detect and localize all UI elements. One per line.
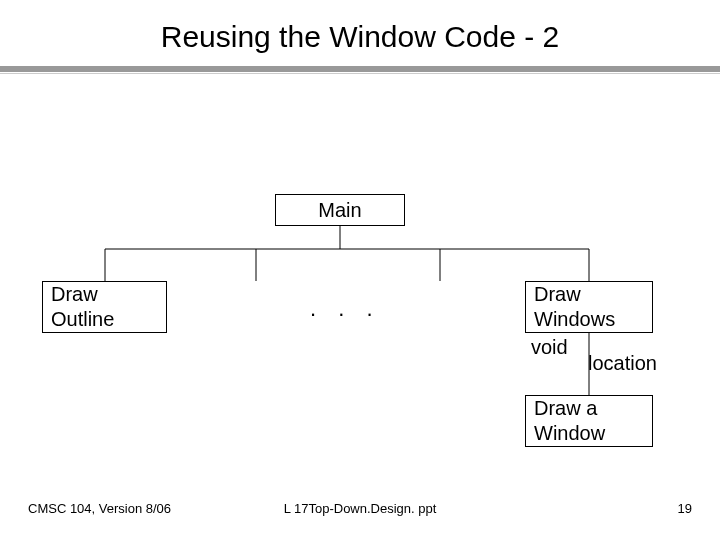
footer-center: L 17Top-Down.Design. ppt <box>0 501 720 516</box>
slide: Reusing the Window Code - 2 Main Draw Ou… <box>0 0 720 540</box>
label-location: location <box>588 352 657 375</box>
node-main-label: Main <box>318 198 361 223</box>
node-main: Main <box>275 194 405 226</box>
node-draw-windows-label: Draw Windows <box>534 282 615 332</box>
node-draw-a-window: Draw a Window <box>525 395 653 447</box>
node-draw-a-window-label: Draw a Window <box>534 396 605 446</box>
node-draw-outline: Draw Outline <box>42 281 167 333</box>
node-ellipsis: . . . <box>310 296 381 322</box>
footer-page-number: 19 <box>678 501 692 516</box>
label-void: void <box>531 336 568 359</box>
diagram-connectors <box>0 0 720 540</box>
node-draw-windows: Draw Windows <box>525 281 653 333</box>
node-draw-outline-label: Draw Outline <box>51 282 114 332</box>
